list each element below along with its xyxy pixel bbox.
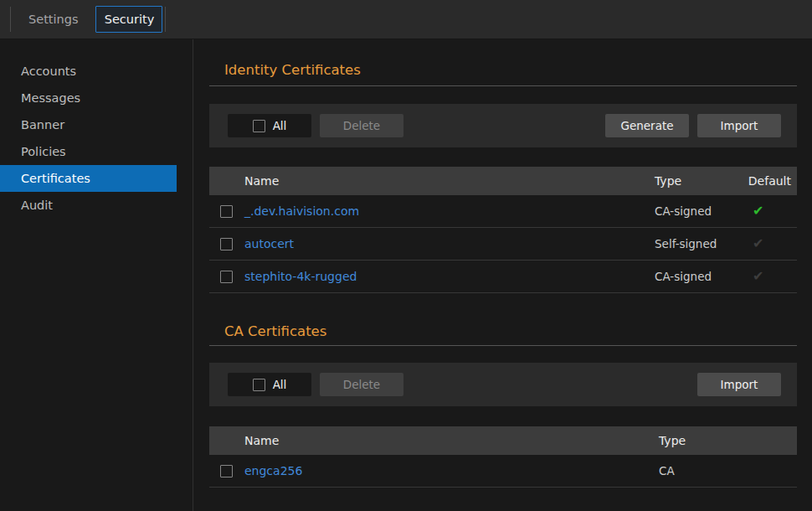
row-checkbox[interactable] <box>220 238 233 250</box>
select-all-label: All <box>273 119 287 132</box>
certificates-page: Identity Certificates All Delete Generat… <box>193 39 812 511</box>
app-window: Settings Security Accounts Messages Bann… <box>0 0 812 511</box>
row-checkbox[interactable] <box>220 465 233 477</box>
column-header-name: Name <box>244 174 655 188</box>
ca-certificates-title: CA Certificates <box>209 323 797 341</box>
certificate-type: CA-signed <box>655 204 743 218</box>
sidebar-item-accounts[interactable]: Accounts <box>0 58 193 85</box>
select-all-checkbox[interactable] <box>253 379 265 391</box>
ca-certificates-table: Name Type engca256 CA <box>209 426 797 488</box>
default-check-icon[interactable]: ✔ <box>753 235 763 251</box>
identity-certificates-title: Identity Certificates <box>209 61 797 80</box>
sidebar-item-messages[interactable]: Messages <box>0 85 193 111</box>
row-checkbox[interactable] <box>220 205 233 218</box>
table-row: engca256 CA <box>209 455 797 488</box>
table-row: autocert Self-signed ✔ <box>209 228 797 261</box>
section-divider <box>209 345 797 346</box>
import-button[interactable]: Import <box>697 373 781 396</box>
table-header-row: Name Type Default <box>209 167 797 195</box>
tab-settings[interactable]: Settings <box>11 13 95 26</box>
table-header-row: Name Type <box>209 426 797 455</box>
delete-button[interactable]: Delete <box>320 114 403 137</box>
column-header-default: Default <box>743 174 797 188</box>
column-header-name: Name <box>244 434 659 447</box>
sidebar-item-certificates[interactable]: Certificates <box>0 165 177 192</box>
table-row: stephito-4k-rugged CA-signed ✔ <box>209 261 797 293</box>
default-check-icon[interactable]: ✔ <box>753 268 763 284</box>
column-header-type: Type <box>659 434 797 447</box>
section-divider <box>209 85 797 86</box>
certificate-link[interactable]: engca256 <box>244 464 302 477</box>
settings-sidebar: Accounts Messages Banner Policies Certif… <box>0 39 193 511</box>
certificate-type: CA-signed <box>655 270 743 283</box>
select-all-label: All <box>273 378 287 391</box>
sidebar-item-policies[interactable]: Policies <box>0 138 193 165</box>
certificate-link[interactable]: stephito-4k-rugged <box>244 270 357 283</box>
select-all-checkbox[interactable] <box>253 120 265 132</box>
top-tab-bar: Settings Security <box>0 0 812 39</box>
tab-bar-divider <box>165 7 166 32</box>
certificate-type: Self-signed <box>655 237 743 250</box>
identity-toolbar: All Delete Generate Import <box>209 104 797 147</box>
column-header-type: Type <box>655 174 743 188</box>
select-all-button[interactable]: All <box>228 114 311 137</box>
import-button[interactable]: Import <box>697 114 781 137</box>
certificate-link[interactable]: _.dev.haivision.com <box>244 204 359 218</box>
select-all-button[interactable]: All <box>228 373 311 396</box>
identity-certificates-table: Name Type Default _.dev.haivision.com CA… <box>209 167 797 293</box>
sidebar-item-banner[interactable]: Banner <box>0 111 193 138</box>
certificate-link[interactable]: autocert <box>244 237 294 250</box>
ca-toolbar: All Delete Import <box>209 363 797 406</box>
default-check-icon[interactable]: ✔ <box>753 203 763 219</box>
generate-button[interactable]: Generate <box>605 114 689 137</box>
sidebar-item-audit[interactable]: Audit <box>0 192 193 219</box>
row-checkbox[interactable] <box>220 271 233 283</box>
tab-security[interactable]: Security <box>95 6 162 33</box>
delete-button[interactable]: Delete <box>320 373 403 396</box>
table-row: _.dev.haivision.com CA-signed ✔ <box>209 195 797 228</box>
certificate-type: CA <box>659 464 797 477</box>
